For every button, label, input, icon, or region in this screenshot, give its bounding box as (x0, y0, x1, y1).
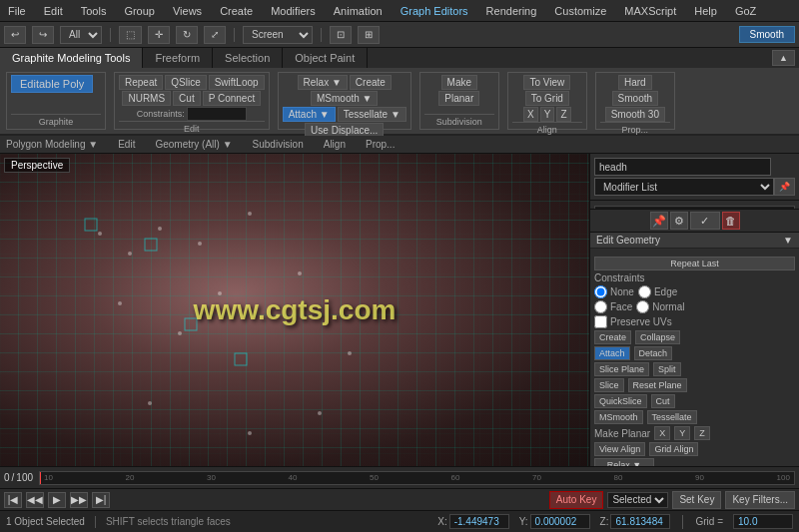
key-mode-dropdown[interactable]: Selected (607, 492, 668, 508)
collapse-btn[interactable]: Collapse (635, 330, 680, 344)
constraints-display[interactable] (187, 107, 247, 121)
object-name-input[interactable] (594, 158, 771, 176)
menu-views[interactable]: Views (169, 3, 206, 19)
modifier-pin[interactable]: 📌 (774, 178, 795, 196)
mp-y-btn[interactable]: Y (674, 426, 690, 440)
scale-btn[interactable]: ⤢ (204, 26, 226, 44)
menu-graph-editors[interactable]: Graph Editors (397, 3, 472, 19)
attach-panel-btn[interactable]: Attach (594, 346, 630, 360)
zoom-extents[interactable]: ⊡ (330, 26, 352, 44)
ribbon-close[interactable]: ▲ (772, 50, 795, 66)
relax-panel-btn[interactable]: Relax ▼ (594, 458, 654, 466)
align-x-btn[interactable]: X (523, 107, 538, 122)
radio-edge[interactable]: Edge (638, 285, 677, 298)
smooth-btn[interactable]: Smooth (612, 91, 658, 106)
select-btn[interactable]: ⬚ (119, 26, 142, 44)
align-z-btn[interactable]: Z (556, 107, 570, 122)
grid-align-btn[interactable]: Grid Align (649, 442, 698, 456)
slice-plane-btn[interactable]: Slice Plane (594, 362, 649, 376)
timeline-track[interactable]: 10 20 30 40 50 60 70 80 90 100 (39, 471, 795, 485)
align-y-btn[interactable]: Y (540, 107, 555, 122)
set-key-btn[interactable]: Set Key (672, 491, 721, 509)
swiftloop-btn[interactable]: SwiftLoop (209, 75, 265, 90)
to-view-btn[interactable]: To View (523, 75, 570, 90)
mod-delete-btn[interactable]: 🗑 (722, 212, 740, 230)
menu-edit[interactable]: Edit (40, 3, 67, 19)
menu-create[interactable]: Create (216, 3, 257, 19)
radio-normal[interactable]: Normal (636, 300, 684, 313)
menu-goz[interactable]: GoZ (731, 3, 760, 19)
next-frame-btn[interactable]: ▶| (92, 492, 110, 508)
mod-active-btn[interactable]: ✓ (690, 212, 720, 230)
tab-freeform[interactable]: Freeform (143, 48, 213, 68)
grid-val: 10.0 (733, 514, 793, 529)
hard-btn[interactable]: Hard (618, 75, 652, 90)
relax-btn[interactable]: Relax ▼ (298, 75, 348, 90)
mod-pin-btn[interactable]: 📌 (650, 212, 668, 230)
cut-btn[interactable]: Cut (173, 91, 201, 106)
slice-btn[interactable]: Slice (594, 378, 624, 392)
menu-customize[interactable]: Customize (550, 3, 610, 19)
menu-file[interactable]: File (4, 3, 30, 19)
menu-modifiers[interactable]: Modifiers (267, 3, 320, 19)
redo-btn[interactable]: ↪ (32, 26, 54, 44)
create-geo-btn[interactable]: Create (594, 330, 631, 344)
menu-maxscript[interactable]: MAXScript (620, 3, 680, 19)
qslice-btn[interactable]: QSlice (165, 75, 206, 90)
move-btn[interactable]: ✛ (148, 26, 170, 44)
split-btn[interactable]: Split (653, 362, 681, 376)
properties-group: Hard Smooth Smooth 30 Prop... (595, 72, 675, 130)
cut-panel-btn[interactable]: Cut (651, 394, 675, 408)
rotate-btn[interactable]: ↻ (176, 26, 198, 44)
tessellate-panel-btn[interactable]: Tessellate (647, 410, 697, 424)
prev-frame-btn[interactable]: |◀ (4, 492, 22, 508)
key-filters-btn[interactable]: Key Filters... (725, 491, 795, 509)
prev-key-btn[interactable]: ◀◀ (26, 492, 44, 508)
create-btn[interactable]: Create (350, 75, 392, 90)
sub-make-planar[interactable]: Make (441, 75, 477, 90)
msmooth-panel-btn[interactable]: MSmooth (594, 410, 643, 424)
pconnect-btn[interactable]: P Connect (203, 91, 262, 106)
menu-help[interactable]: Help (690, 3, 721, 19)
attach-btn[interactable]: Attach ▼ (283, 107, 336, 122)
tab-selection[interactable]: Selection (213, 48, 283, 68)
tab-object-paint[interactable]: Object Paint (283, 48, 368, 68)
menu-tools[interactable]: Tools (77, 3, 111, 19)
editable-poly-btn[interactable]: Editable Poly (11, 75, 93, 93)
to-grid-btn[interactable]: To Grid (525, 91, 569, 106)
play-btn[interactable]: ▶ (48, 492, 66, 508)
tl-40: 40 (289, 473, 298, 482)
selection-filter[interactable]: All (60, 26, 102, 44)
tab-graphite[interactable]: Graphite Modeling Tools (0, 48, 143, 68)
reset-plane-btn[interactable]: Reset Plane (628, 378, 687, 392)
msmooth-btn[interactable]: MSmooth ▼ (311, 91, 378, 106)
repeat-last-btn[interactable]: Repeat Last (594, 257, 795, 270)
preserve-uvs-cb[interactable]: Preserve UVs (594, 315, 672, 328)
menu-animation[interactable]: Animation (330, 3, 387, 19)
menu-group[interactable]: Group (120, 3, 159, 19)
radio-face[interactable]: Face (594, 300, 632, 313)
radio-none[interactable]: None (594, 285, 634, 298)
zoom-region[interactable]: ⊞ (358, 26, 380, 44)
viewport[interactable]: www.cgtsj.com Perspective (0, 154, 589, 466)
edit-geometry-header[interactable]: Edit Geometry ▼ (590, 233, 799, 249)
section-subdivision: Subdivision (253, 139, 304, 150)
mp-z-btn[interactable]: Z (694, 426, 710, 440)
view-align-btn[interactable]: View Align (594, 442, 645, 456)
repeat-btn[interactable]: Repeat (119, 75, 163, 90)
view-mode[interactable]: Screen (243, 26, 313, 44)
mp-x-btn[interactable]: X (654, 426, 670, 440)
autokey-btn[interactable]: Auto Key (549, 491, 604, 509)
tessellate-btn[interactable]: Tessellate ▼ (338, 107, 406, 122)
quick-slice-btn[interactable]: QuickSlice (594, 394, 647, 408)
sub-planar[interactable]: Planar (438, 91, 479, 106)
menu-rendering[interactable]: Rendering (482, 3, 541, 19)
nurms-btn[interactable]: NURMS (122, 91, 171, 106)
undo-btn[interactable]: ↩ (4, 26, 26, 44)
detach-btn[interactable]: Detach (634, 346, 673, 360)
mod-config-btn[interactable]: ⚙ (670, 212, 688, 230)
viewport-label[interactable]: Perspective (4, 158, 70, 173)
modifier-list-dropdown[interactable]: Modifier List (594, 178, 774, 196)
smooth30-btn[interactable]: Smooth 30 (605, 107, 665, 122)
next-key-btn[interactable]: ▶▶ (70, 492, 88, 508)
